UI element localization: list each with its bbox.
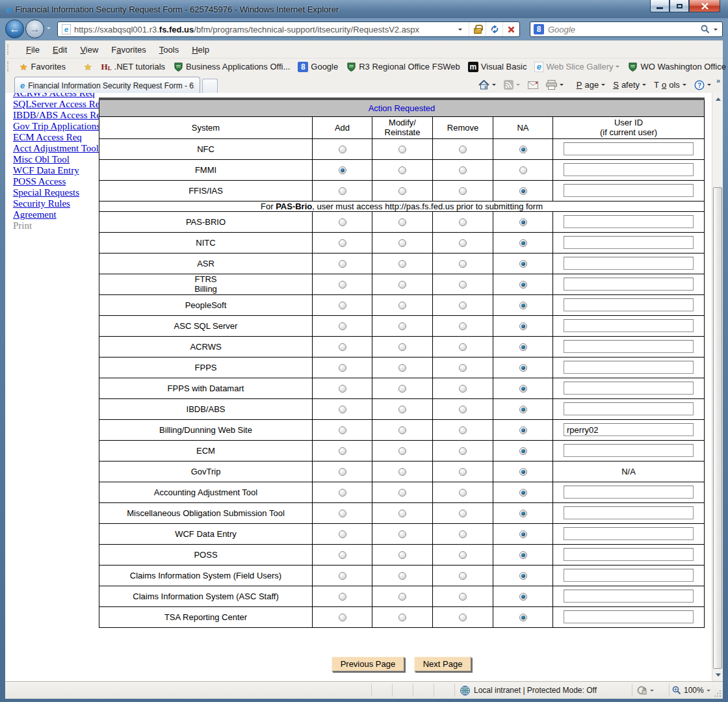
sidebar-link-gov-trip-applications[interactable]: Gov Trip Applications <box>13 121 100 131</box>
radio-na-fpps[interactable] <box>519 364 527 372</box>
radio-na-fpps-with-datamart[interactable] <box>519 385 527 393</box>
radio-add-peoplesoft[interactable] <box>339 302 346 309</box>
radio-remove-ecm[interactable] <box>459 447 467 455</box>
radio-add-fpps-with-datamart[interactable] <box>339 385 346 393</box>
scroll-up-button[interactable] <box>712 94 723 105</box>
favorite-link-business-applications-offi[interactable]: Business Applications Offi... <box>169 60 294 73</box>
radio-add-asr[interactable] <box>339 260 346 268</box>
radio-remove-asc-sql-server[interactable] <box>459 322 467 330</box>
radio-na-billing-dunning-web-site[interactable] <box>519 426 527 434</box>
command-page[interactable]: Page <box>574 79 608 91</box>
add-favorite-button[interactable]: ★ <box>79 60 98 73</box>
resize-grip[interactable] <box>714 690 722 697</box>
menu-favorites[interactable]: Favorites <box>105 43 152 57</box>
minimize-button[interactable] <box>650 0 670 12</box>
radio-remove-accounting-adjustment-tool[interactable] <box>459 489 467 497</box>
radio-remove-fpps-with-datamart[interactable] <box>459 385 467 393</box>
favorite-link-net-tutorials[interactable]: HL.NET tutorials <box>98 60 170 73</box>
sidebar-link-acrws-access-req[interactable]: ACRWS Access Req <box>13 93 95 98</box>
radio-na-ibdb-abs[interactable] <box>519 406 527 413</box>
radio-modify-claims-information-system-asc-staff[interactable] <box>398 593 406 601</box>
radio-remove-claims-information-system-asc-staff[interactable] <box>459 593 467 601</box>
radio-remove-claims-information-system-field-users[interactable] <box>459 572 467 580</box>
user-id-input-ecm[interactable] <box>564 444 694 457</box>
user-id-input-pas-brio[interactable] <box>564 215 694 228</box>
sidebar-link-sqlserver-access-req[interactable]: SQLServer Access Req <box>13 99 105 109</box>
radio-na-claims-information-system-asc-staff[interactable] <box>519 593 527 601</box>
command-tools[interactable]: Tools <box>651 79 689 91</box>
user-id-input-billing-dunning-web-site[interactable] <box>564 423 694 436</box>
favorite-link-visual-basic[interactable]: mVisual Basic <box>464 60 531 73</box>
radio-add-billing-dunning-web-site[interactable] <box>339 426 346 434</box>
user-id-input-poss[interactable] <box>564 548 694 561</box>
radio-add-ibdb-abs[interactable] <box>339 406 346 413</box>
user-id-input-claims-information-system-asc-staff[interactable] <box>564 590 694 603</box>
radio-add-poss[interactable] <box>339 551 346 559</box>
user-id-input-tsa-reporting-center[interactable] <box>564 610 694 623</box>
radio-add-ecm[interactable] <box>339 447 346 455</box>
close-button[interactable] <box>689 0 720 12</box>
search-input[interactable]: Google <box>548 25 701 34</box>
radio-add-ftrs-billing[interactable] <box>339 281 346 289</box>
sidebar-link-misc-obl-tool[interactable]: Misc Obl Tool <box>13 154 70 164</box>
radio-na-fmmi[interactable] <box>519 166 527 174</box>
radio-remove-wcf-data-entry[interactable] <box>459 530 467 538</box>
user-id-input-nitc[interactable] <box>564 236 694 249</box>
radio-modify-govtrip[interactable] <box>398 468 406 476</box>
read-mail-button[interactable] <box>525 80 541 90</box>
menu-tools[interactable]: Tools <box>153 43 185 57</box>
sidebar-link-poss-access[interactable]: POSS Access <box>13 176 66 187</box>
radio-add-miscellaneous-obligation-submission-tool[interactable] <box>339 510 346 517</box>
maximize-button[interactable] <box>670 0 689 12</box>
radio-remove-asr[interactable] <box>459 260 467 268</box>
radio-remove-billing-dunning-web-site[interactable] <box>459 426 467 434</box>
help-dropdown-icon[interactable] <box>707 84 711 86</box>
back-button[interactable]: ← <box>5 20 24 38</box>
radio-add-acrws[interactable] <box>339 343 346 351</box>
user-id-input-ftrs-billing[interactable] <box>564 278 694 291</box>
user-id-input-peoplesoft[interactable] <box>564 298 694 311</box>
new-tab-button[interactable] <box>202 79 218 94</box>
command-overflow-chevron-icon[interactable]: » <box>716 77 720 84</box>
user-id-input-fmmi[interactable] <box>564 163 694 176</box>
radio-remove-acrws[interactable] <box>459 343 467 351</box>
radio-modify-peoplesoft[interactable] <box>398 302 406 309</box>
scrollbar-thumb[interactable] <box>713 187 722 669</box>
radio-modify-wcf-data-entry[interactable] <box>398 530 406 538</box>
address-dropdown-button[interactable] <box>452 22 469 36</box>
search-options-dropdown-icon[interactable] <box>714 29 718 31</box>
radio-remove-ibdb-abs[interactable] <box>459 406 467 413</box>
previous-page-button[interactable]: Previous Page <box>332 656 405 671</box>
user-id-input-asr[interactable] <box>564 257 694 270</box>
recent-pages-dropdown-icon[interactable] <box>47 27 51 29</box>
radio-modify-nitc[interactable] <box>398 239 406 247</box>
security-lock-icon[interactable] <box>469 22 486 36</box>
menu-view[interactable]: View <box>73 43 105 57</box>
sidebar-link-agreement[interactable]: Agreement <box>13 209 57 220</box>
radio-add-claims-information-system-asc-staff[interactable] <box>339 593 346 601</box>
next-page-button[interactable]: Next Page <box>414 656 472 671</box>
radio-remove-nfc[interactable] <box>459 146 467 153</box>
radio-remove-govtrip[interactable] <box>459 468 467 476</box>
radio-na-poss[interactable] <box>519 551 527 559</box>
radio-na-miscellaneous-obligation-submission-tool[interactable] <box>519 510 527 517</box>
radio-add-nitc[interactable] <box>339 239 346 247</box>
radio-na-nfc[interactable] <box>519 146 527 153</box>
feeds-button[interactable] <box>501 79 523 91</box>
stop-button[interactable] <box>502 22 519 36</box>
radio-na-ecm[interactable] <box>519 447 527 455</box>
vertical-scrollbar[interactable] <box>712 93 723 681</box>
radio-modify-fpps-with-datamart[interactable] <box>398 385 406 393</box>
sidebar-link-wcf-data-entry[interactable]: WCF Data Entry <box>13 165 79 176</box>
user-id-input-fpps[interactable] <box>564 361 694 374</box>
radio-na-asc-sql-server[interactable] <box>519 322 527 330</box>
user-id-input-acrws[interactable] <box>564 340 694 353</box>
user-id-input-fpps-with-datamart[interactable] <box>564 382 694 395</box>
print-dropdown-icon[interactable] <box>560 84 564 86</box>
radio-remove-ftrs-billing[interactable] <box>459 281 467 289</box>
user-id-input-accounting-adjustment-tool[interactable] <box>564 486 694 499</box>
radio-na-peoplesoft[interactable] <box>519 302 527 309</box>
radio-add-wcf-data-entry[interactable] <box>339 530 346 538</box>
radio-remove-nitc[interactable] <box>459 239 467 247</box>
feeds-dropdown-icon[interactable] <box>516 84 520 86</box>
